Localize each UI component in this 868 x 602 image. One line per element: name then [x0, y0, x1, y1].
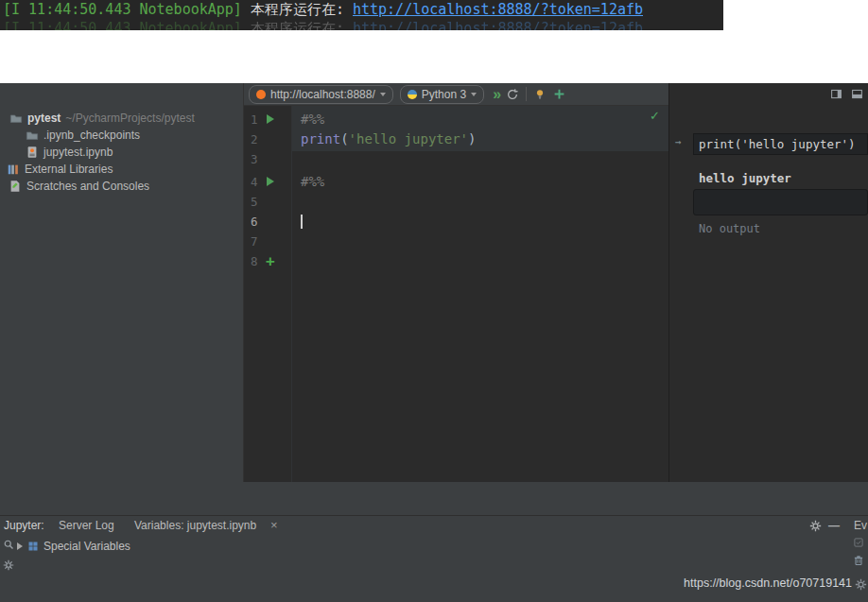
split-right-icon[interactable]: [830, 88, 842, 100]
tree-item-label: jupytest.ipynb: [43, 146, 113, 159]
kernel-dropdown[interactable]: Python 3: [400, 85, 484, 104]
notebook-url-link[interactable]: http://localhost:8888/?token=12afb: [353, 1, 643, 18]
text-caret: [301, 215, 303, 229]
run-cell-icon[interactable]: [267, 114, 274, 124]
project-path: ~/PycharmProjects/pytest: [65, 112, 194, 125]
kernel-label: Python 3: [422, 88, 466, 101]
project-panel: pytest ~/PycharmProjects/pytest .ipynb_c…: [0, 83, 244, 482]
tool-window-title: Jupyter:: [4, 519, 44, 532]
tree-item-label: External Libraries: [25, 163, 113, 176]
folder-icon: [9, 112, 23, 125]
restart-kernel-icon[interactable]: [506, 88, 519, 101]
line-number: 8: [251, 251, 258, 271]
line-number: 7: [251, 232, 258, 251]
screenshot-root: [I 11:44:50.443 NotebookApp] 本程序运行在: htt…: [0, 0, 868, 602]
editor-line[interactable]: 4 #%%: [244, 172, 668, 192]
notebook-file-icon: [26, 146, 39, 159]
line-number: 1: [251, 110, 258, 129]
terminal-output: [I 11:44:50.443 NotebookApp] 本程序运行在: htt…: [0, 0, 723, 30]
tree-item-ipynb-checkpoints[interactable]: .ipynb_checkpoints: [0, 127, 269, 144]
variables-right-toolbar: [853, 537, 864, 566]
special-variables-label: Special Variables: [43, 540, 130, 553]
jupyter-server-dropdown[interactable]: http://localhost:8888/: [249, 85, 393, 104]
variables-panel: Special Variables https://blog.csdn.net/…: [0, 535, 868, 602]
editor-line[interactable]: 3: [244, 149, 668, 169]
folder-icon: [26, 129, 39, 142]
variables-left-toolbar: [3, 535, 17, 602]
log-message: 本程序运行在:: [242, 1, 353, 18]
code-echo: print('hello jupyter'): [699, 137, 856, 151]
line-number: 5: [251, 192, 258, 212]
editor-line[interactable]: 6: [244, 212, 668, 232]
gear-icon[interactable]: [3, 559, 14, 571]
trash-icon[interactable]: [853, 555, 864, 566]
cell-marker-code: #%%: [301, 172, 324, 192]
expand-node-icon[interactable]: [17, 542, 23, 550]
tab-event-log[interactable]: Ev: [854, 519, 867, 532]
tool-window-header: Jupyter: Server Log Variables: jupytest.…: [0, 515, 868, 535]
hide-tool-window-icon[interactable]: —: [828, 519, 840, 532]
chevron-down-icon: [471, 93, 477, 96]
toolbar-separator: [526, 87, 527, 101]
code-line: print('hello jupyter'): [301, 129, 476, 149]
editor-line[interactable]: 5: [244, 192, 668, 212]
search-icon[interactable]: [3, 539, 14, 550]
no-output-label: No output: [699, 222, 760, 235]
watermark: https://blog.csdn.net/o70719141: [684, 576, 852, 590]
jupyter-icon: [256, 90, 266, 99]
terminal-line: [I 11:44:50.443 NotebookApp] 本程序运行在: htt…: [0, 0, 723, 19]
tree-item-label: .ipynb_checkpoints: [43, 129, 140, 142]
pycharm-window: pytest ~/PycharmProjects/pytest .ipynb_c…: [0, 83, 868, 602]
output-panel: → print('hello jupyter') hello jupyter N…: [668, 83, 868, 482]
editor-line[interactable]: 8 +: [244, 251, 668, 271]
python-icon: [408, 90, 417, 99]
cell-marker-code: #%%: [301, 110, 324, 129]
checkbox-icon[interactable]: [853, 537, 864, 548]
log-prefix: [I 11:44:50.443 NotebookApp]: [3, 1, 242, 18]
terminal-line-faded: [I 11:44:50.443 NotebookApp] 本程序运行在: htt…: [0, 19, 723, 30]
chevron-down-icon: [380, 93, 386, 96]
cell-success-check-icon: ✓: [650, 109, 660, 123]
preview-toolbar: [830, 88, 863, 100]
line-number: 6: [251, 212, 258, 232]
libraries-icon: [7, 163, 20, 176]
close-tab-icon[interactable]: ×: [270, 518, 278, 532]
prompt-arrow-icon: →: [675, 136, 682, 148]
project-name: pytest: [27, 112, 61, 125]
empty-cell-box: [693, 189, 868, 215]
cell-output-text: hello jupyter: [699, 171, 791, 185]
add-icon[interactable]: [553, 88, 565, 100]
gear-icon: [855, 578, 867, 591]
tab-variables[interactable]: Variables: jupytest.ipynb: [134, 519, 256, 532]
editor-line[interactable]: 2 print('hello jupyter'): [244, 129, 668, 149]
special-variables-node[interactable]: Special Variables: [17, 538, 130, 555]
project-root-node[interactable]: pytest ~/PycharmProjects/pytest: [0, 110, 252, 127]
run-cell-icon[interactable]: [267, 177, 274, 186]
tree-item-label: Scratches and Consoles: [26, 180, 149, 193]
tree-item-jupytest-ipynb[interactable]: jupytest.ipynb: [0, 144, 269, 161]
tool-window-settings-icon[interactable]: [809, 520, 822, 532]
line-number: 3: [251, 149, 258, 169]
tree-item-scratches[interactable]: Scratches and Consoles: [0, 178, 252, 195]
scratches-icon: [9, 180, 22, 193]
lightbulb-icon[interactable]: [533, 88, 547, 101]
run-all-icon[interactable]: »: [493, 87, 499, 102]
tree-item-external-libraries[interactable]: External Libraries: [0, 161, 250, 178]
line-number: 4: [251, 172, 258, 192]
editor-line[interactable]: 1 #%%: [244, 110, 668, 129]
notebook-toolbar: http://localhost:8888/ Python 3 »: [244, 83, 668, 106]
line-number: 2: [251, 129, 258, 149]
editor-line[interactable]: 7: [244, 232, 668, 251]
add-cell-icon[interactable]: +: [266, 251, 275, 271]
server-url-label: http://localhost:8888/: [270, 88, 375, 101]
special-variables-icon: [27, 541, 39, 552]
editor[interactable]: 1 #%% 2 print('hello jupyter') 3 4 #%% 5…: [244, 106, 668, 482]
tab-server-log[interactable]: Server Log: [59, 519, 114, 532]
split-bottom-icon[interactable]: [851, 88, 863, 100]
